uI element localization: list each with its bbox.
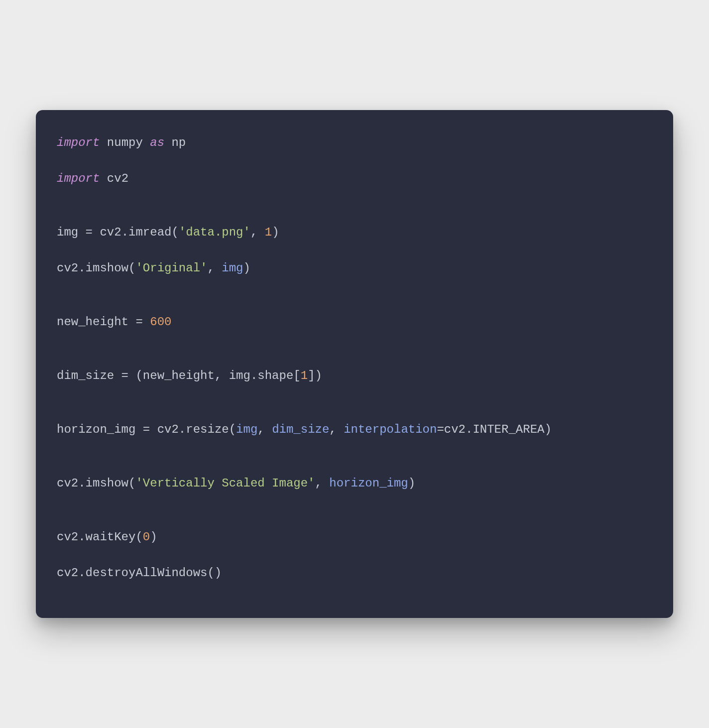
call-destroy-all-windows: cv2.destroyAllWindows(): [57, 566, 222, 580]
const-inter-area: cv2.INTER_AREA: [444, 423, 545, 436]
code-line-7: horizon_img = cv2.resize(img, dim_size, …: [57, 421, 652, 439]
blank-line: [57, 152, 652, 170]
call-imread: cv2.imread(: [100, 226, 178, 239]
number-1: 1: [301, 369, 308, 382]
blank-line: [57, 331, 652, 349]
blank-line: [57, 439, 652, 457]
keyword-import: import: [57, 136, 100, 149]
call-waitkey: cv2.waitKey(: [57, 530, 143, 544]
blank-line: [57, 457, 652, 475]
blank-line: [57, 492, 652, 510]
code-line-2: import cv2: [57, 170, 652, 188]
code-card: import numpy as np import cv2 img = cv2.…: [36, 110, 673, 618]
code-line-10: cv2.destroyAllWindows(): [57, 564, 652, 582]
code-line-1: import numpy as np: [57, 134, 652, 152]
var-dim-size: dim_size: [57, 369, 114, 382]
blank-line: [57, 403, 652, 421]
blank-line: [57, 546, 652, 564]
code-line-6: dim_size = (new_height, img.shape[1]): [57, 367, 652, 385]
module-cv2: cv2: [107, 172, 128, 185]
blank-line: [57, 277, 652, 295]
kwarg-interpolation: interpolation: [344, 423, 437, 436]
blank-line: [57, 385, 652, 403]
blank-line: [57, 206, 652, 224]
blank-line: [57, 349, 652, 367]
number-0: 0: [143, 530, 150, 544]
module-numpy: numpy: [107, 136, 143, 149]
var-horizon-img: horizon_img: [57, 423, 135, 436]
arg-dim-size: dim_size: [272, 423, 329, 436]
keyword-import: import: [57, 172, 100, 185]
call-resize: cv2.resize(: [157, 423, 236, 436]
arg-img: img: [222, 261, 243, 275]
blank-line: [57, 242, 652, 259]
string-data-png: 'data.png': [179, 226, 250, 239]
img-shape: img.shape[: [229, 369, 301, 382]
ref-new-height: new_height: [143, 369, 215, 382]
call-imshow: cv2.imshow(: [57, 477, 135, 490]
blank-line: [57, 295, 652, 313]
arg-img: img: [236, 423, 257, 436]
call-imshow: cv2.imshow(: [57, 261, 135, 275]
blank-line: [57, 510, 652, 528]
var-new-height: new_height: [57, 315, 128, 329]
code-line-8: cv2.imshow('Vertically Scaled Image', ho…: [57, 475, 652, 492]
code-line-5: new_height = 600: [57, 313, 652, 331]
alias-np: np: [171, 136, 186, 149]
arg-horizon-img: horizon_img: [329, 477, 408, 490]
string-original: 'Original': [135, 261, 207, 275]
blank-line: [57, 188, 652, 206]
code-line-3: img = cv2.imread('data.png', 1): [57, 224, 652, 242]
var-img: img: [57, 226, 78, 239]
string-vertically-scaled: 'Vertically Scaled Image': [135, 477, 315, 490]
number-600: 600: [150, 315, 171, 329]
code-line-4: cv2.imshow('Original', img): [57, 259, 652, 277]
keyword-as: as: [150, 136, 164, 149]
code-line-9: cv2.waitKey(0): [57, 528, 652, 546]
number-1: 1: [265, 226, 272, 239]
